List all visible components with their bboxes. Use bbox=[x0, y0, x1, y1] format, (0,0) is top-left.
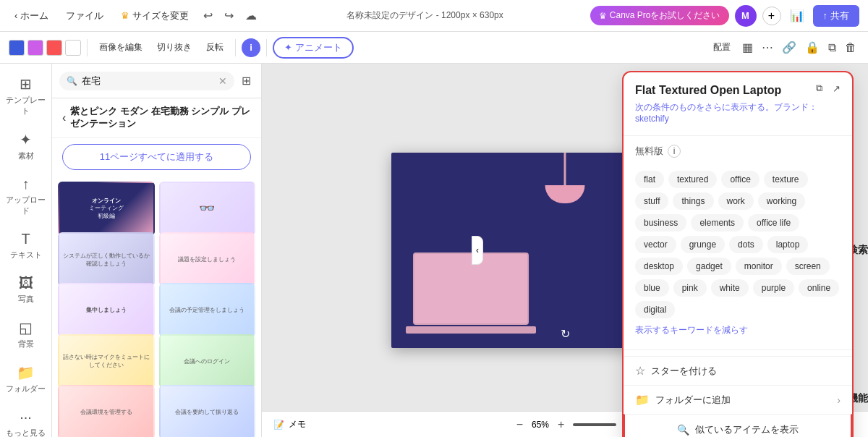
tag-purple[interactable]: purple bbox=[753, 279, 794, 297]
arrange-button[interactable]: 配置 bbox=[707, 38, 736, 56]
sidebar-item-more[interactable]: ··· もっと見る bbox=[3, 403, 49, 437]
tag-white[interactable]: white bbox=[711, 279, 749, 297]
sidebar-item-folder[interactable]: 📁 フォルダー bbox=[3, 358, 49, 400]
animate-button[interactable]: ✦ アニメート bbox=[273, 37, 354, 59]
search-bar: 🔍 ✕ ⊞ bbox=[52, 64, 261, 98]
sidebar-item-templates[interactable]: ⊞ テンプレート bbox=[3, 69, 49, 122]
lock-icon-btn[interactable]: 🔒 bbox=[802, 38, 822, 57]
memo-label: メモ bbox=[289, 418, 306, 430]
redo-button[interactable]: ↪ bbox=[221, 6, 237, 25]
free-section: 無料版 i bbox=[624, 142, 852, 171]
tag-working[interactable]: working bbox=[758, 192, 805, 210]
template-thumb-10[interactable]: 会議を要約して振り返る bbox=[159, 385, 256, 437]
free-info-button[interactable]: i bbox=[668, 145, 681, 158]
search-input[interactable] bbox=[82, 75, 214, 86]
folder-icon: 📁 bbox=[635, 393, 650, 407]
tag-business[interactable]: business bbox=[635, 214, 686, 232]
tag-grunge[interactable]: grunge bbox=[681, 236, 725, 253]
zoom-out-button[interactable]: − bbox=[514, 415, 526, 434]
search-panel-header: ‹ 紫とピンク モダン 在宅勤務 シンプル プレゼンテーション bbox=[52, 98, 261, 138]
tag-blue[interactable]: blue bbox=[635, 279, 669, 297]
tag-screen[interactable]: screen bbox=[786, 258, 830, 275]
sidebar-item-background[interactable]: ◱ 背景 bbox=[3, 313, 49, 355]
template-thumb-7[interactable]: 話さない時はマイクをミュートにしてください bbox=[58, 334, 155, 389]
back-button[interactable]: ‹ bbox=[62, 111, 66, 124]
tag-work[interactable]: work bbox=[718, 192, 754, 210]
tag-monitor[interactable]: monitor bbox=[736, 258, 782, 275]
tag-office[interactable]: office bbox=[721, 171, 759, 188]
grid-icon-btn[interactable]: ⋯ bbox=[759, 38, 776, 57]
template-thumb-4[interactable]: 議題を設定しましょう bbox=[159, 232, 256, 287]
color-swatch-red[interactable] bbox=[46, 40, 62, 56]
tag-office-life[interactable]: office life bbox=[748, 214, 799, 232]
tag-desktop[interactable]: desktop bbox=[635, 258, 683, 275]
add-button[interactable]: + bbox=[762, 7, 781, 25]
search-panel: 🔍 ✕ ⊞ ‹ 紫とピンク モダン 在宅勤務 シンプル プレゼンテーション 11… bbox=[52, 64, 262, 437]
delete-icon-btn[interactable]: 🗑 bbox=[842, 38, 859, 57]
sidebar-item-photos[interactable]: 🖼 写真 bbox=[3, 269, 49, 310]
pro-trial-button[interactable]: ♛ Canva Proをお試しください bbox=[590, 6, 729, 25]
chevron-right-icon: › bbox=[837, 394, 841, 406]
tag-digital[interactable]: digital bbox=[635, 301, 675, 318]
tag-texture[interactable]: texture bbox=[764, 171, 808, 188]
color-swatch-white[interactable] bbox=[65, 40, 81, 56]
template-thumb-1[interactable]: オンライン ミーティング 初級編 bbox=[58, 182, 155, 236]
template-thumb-2[interactable]: 👓 bbox=[159, 182, 256, 236]
tag-things[interactable]: things bbox=[673, 192, 713, 210]
collapse-handle[interactable]: ‹ bbox=[472, 236, 483, 265]
folder-action-row[interactable]: 📁 フォルダーに追加 › bbox=[624, 385, 852, 414]
popup-actions-top: ⧉ ↗ bbox=[813, 80, 843, 97]
tag-laptop[interactable]: laptop bbox=[767, 236, 809, 253]
avatar[interactable]: M bbox=[735, 5, 757, 27]
template-icon: ⊞ bbox=[20, 75, 32, 93]
template-thumb-8[interactable]: 会議へのログイン bbox=[159, 334, 256, 389]
template-thumb-6[interactable]: 会議の予定管理をしましょう bbox=[159, 283, 256, 337]
tag-stuff[interactable]: stuff bbox=[635, 192, 668, 210]
tag-textured[interactable]: textured bbox=[668, 171, 717, 188]
tag-gadget[interactable]: gadget bbox=[687, 258, 731, 275]
sidebar-item-text[interactable]: T テキスト bbox=[3, 225, 49, 266]
crop-button[interactable]: 切り抜き bbox=[151, 38, 197, 56]
similar-items-button[interactable]: 🔍 似ているアイテムを表示 bbox=[624, 414, 852, 437]
cloud-save-button[interactable]: ☁ bbox=[242, 6, 260, 25]
template-grid: オンライン ミーティング 初級編 👓 システムが正しく動作しているか確認しましょ… bbox=[52, 176, 261, 437]
share-button[interactable]: ↑ 共有 bbox=[813, 5, 860, 27]
filter-button[interactable]: ⊞ bbox=[239, 71, 254, 90]
copy-icon-btn[interactable]: ⧉ bbox=[813, 80, 825, 97]
tag-pink[interactable]: pink bbox=[673, 279, 707, 297]
clear-search-button[interactable]: ✕ bbox=[218, 75, 227, 87]
show-less-button[interactable]: 表示するキーワードを減らす bbox=[624, 321, 852, 344]
color-swatch-purple[interactable] bbox=[27, 40, 43, 56]
refresh-icon[interactable]: ↻ bbox=[561, 327, 570, 341]
tag-flat[interactable]: flat bbox=[635, 171, 664, 188]
tag-dots[interactable]: dots bbox=[729, 236, 763, 253]
stats-button[interactable]: 📊 bbox=[787, 6, 807, 25]
tag-online[interactable]: online bbox=[799, 279, 839, 297]
info-button[interactable]: i bbox=[242, 38, 260, 57]
template-thumb-5[interactable]: 集中しましょう bbox=[58, 283, 155, 337]
file-button[interactable]: ファイル bbox=[60, 7, 109, 25]
star-action-row[interactable]: ☆ スターを付ける bbox=[624, 356, 852, 385]
resize-button[interactable]: ♛ サイズを変更 bbox=[115, 7, 195, 25]
upload-icon: ↑ bbox=[22, 176, 30, 192]
undo-button[interactable]: ↩ bbox=[200, 6, 216, 25]
photos-icon: 🖼 bbox=[19, 275, 33, 292]
text-icon: T bbox=[21, 231, 30, 247]
edit-image-button[interactable]: 画像を編集 bbox=[93, 38, 148, 56]
home-button[interactable]: ‹ ホーム bbox=[9, 7, 54, 25]
filter-icon-btn[interactable]: ▦ bbox=[739, 38, 756, 57]
zoom-in-button[interactable]: + bbox=[555, 415, 567, 434]
link-icon-btn[interactable]: 🔗 bbox=[779, 38, 799, 57]
sidebar-item-upload[interactable]: ↑ アップロード bbox=[3, 170, 49, 222]
duplicate-icon-btn[interactable]: ⧉ bbox=[825, 38, 839, 57]
flip-button[interactable]: 反転 bbox=[200, 38, 229, 56]
template-thumb-9[interactable]: 会議環境を管理する bbox=[58, 385, 155, 437]
sidebar-item-elements[interactable]: ✦ 素材 bbox=[3, 125, 49, 167]
color-swatch-blue[interactable] bbox=[9, 40, 25, 56]
apply-all-button[interactable]: 11ページすべてに適用する bbox=[62, 144, 251, 170]
tag-elements[interactable]: elements bbox=[691, 214, 744, 232]
external-link-icon-btn[interactable]: ↗ bbox=[830, 80, 843, 97]
tag-vector[interactable]: vector bbox=[635, 236, 676, 253]
template-thumb-3[interactable]: システムが正しく動作しているか確認しましょう bbox=[58, 232, 155, 287]
tags-container: flat textured office texture stuff thing… bbox=[624, 171, 852, 318]
